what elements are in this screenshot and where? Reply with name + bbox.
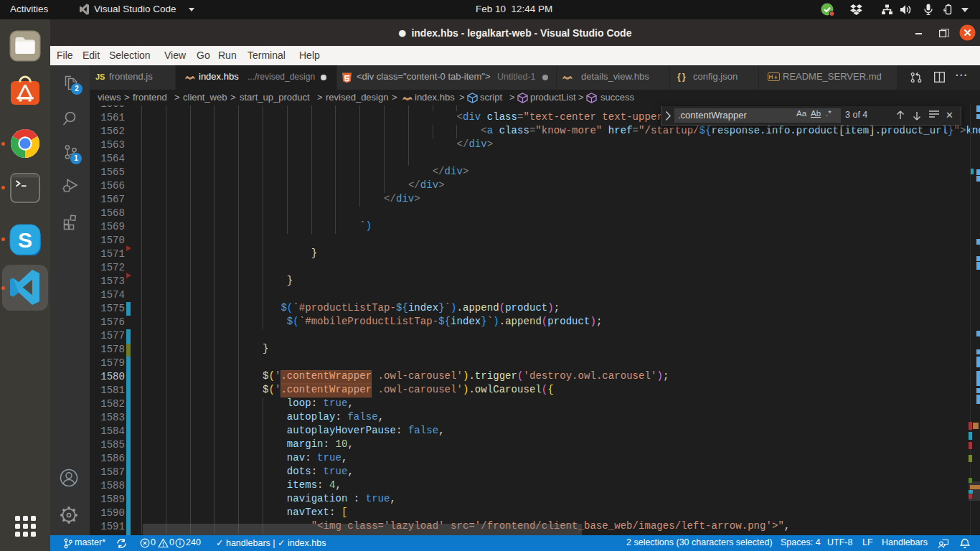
svg-text:S: S xyxy=(18,228,32,252)
